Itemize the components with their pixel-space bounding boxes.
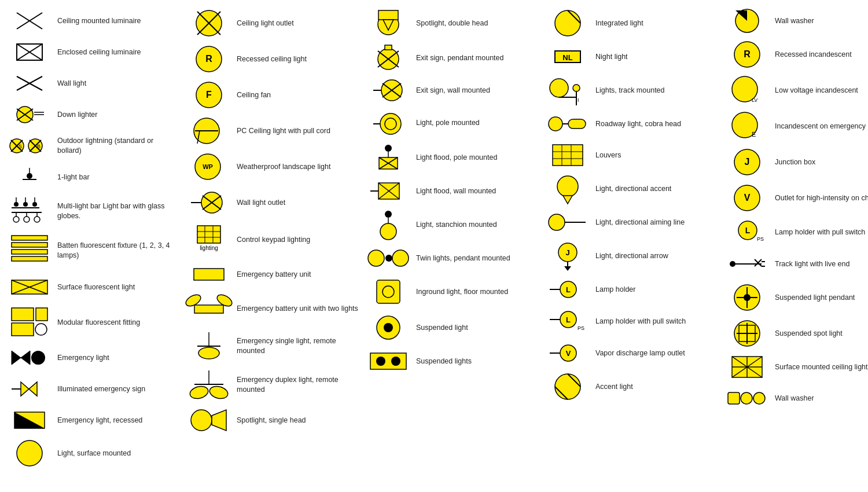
icon-recessed-ceiling-light: R — [186, 44, 232, 74]
label-light-flood-wall: Light flood, wall mounted — [416, 186, 538, 196]
svg-rect-72 — [197, 226, 220, 243]
item-night-light: NL Night light — [541, 42, 720, 72]
svg-text:F: F — [206, 90, 212, 100]
label-emergency-battery-two: Emergency battery unit with two lights — [237, 304, 358, 314]
label-exit-sign-pendant: Exit sign, pendant mounted — [416, 53, 538, 63]
item-emergency-light: Emergency light — [3, 343, 182, 373]
icon-emergency-single-remote — [186, 330, 232, 362]
label-emergency-light: Emergency light — [57, 353, 179, 363]
item-ceiling-fan: F Ceiling fan — [182, 78, 362, 112]
svg-point-125 — [384, 323, 393, 332]
svg-point-27 — [23, 202, 28, 207]
label-wall-washer-bottom: Wall washer — [775, 394, 868, 403]
item-down-lighter: Down lighter — [3, 100, 182, 130]
icon-down-lighter — [6, 104, 53, 125]
icon-incandescent-emergency: E — [724, 111, 770, 141]
label-exit-sign-wall: Exit sign, wall mounted — [416, 86, 538, 96]
icon-outdoor-lightning: S B — [6, 135, 53, 156]
icon-batten-fluorescent — [6, 233, 53, 268]
label-batten-fluorescent: Batten fluorescent fixture (1, 2, 3, 4 l… — [57, 241, 179, 260]
svg-text:lighting: lighting — [200, 245, 218, 251]
label-louvers: Louvers — [595, 150, 717, 160]
label-ceiling-mounted-luminaire: Ceiling mounted luminaire — [57, 16, 179, 26]
svg-point-50 — [31, 351, 45, 365]
icon-roadway-cobra — [545, 113, 591, 134]
icon-suspended-spot-light — [724, 318, 770, 348]
svg-text:R: R — [205, 54, 212, 64]
label-down-lighter: Down lighter — [57, 110, 179, 120]
icon-ceiling-fan: F — [186, 80, 232, 110]
icon-emergency-battery-unit — [186, 264, 232, 285]
svg-point-34 — [24, 216, 30, 222]
icon-surface-fluorescent — [6, 277, 53, 298]
icon-exit-sign-wall — [365, 78, 411, 103]
column-3: Spotlight, double head Exit sign, pendan… — [362, 6, 541, 470]
item-batten-fluorescent: Batten fluorescent fixture (1, 2, 3, 4 l… — [3, 230, 182, 271]
item-incandescent-emergency: E Incandescent on emergency power — [720, 109, 868, 144]
icon-lights-track-mounted: I — [545, 75, 591, 105]
label-emergency-battery-unit: Emergency battery unit — [237, 270, 358, 280]
label-pc-ceiling-light: PC Ceiling light with pull cord — [237, 126, 358, 136]
svg-text:B: B — [37, 144, 41, 149]
label-incandescent-emergency: Incandescent on emergency power — [775, 122, 868, 131]
icon-junction-box: J — [724, 147, 770, 177]
svg-text:L: L — [566, 285, 571, 294]
item-light-surface-mounted: Light, surface mounted — [3, 436, 182, 470]
item-light-flood-wall: Light flood, wall mounted — [362, 176, 541, 206]
svg-text:V: V — [566, 349, 571, 358]
svg-rect-142 — [568, 119, 586, 128]
item-low-voltage-incandescent: LV Low voltage incandescent — [720, 73, 868, 108]
svg-text:V: V — [744, 193, 751, 203]
icon-pc-ceiling-light — [186, 116, 232, 146]
icon-multi-light-bar — [6, 196, 53, 226]
icon-illuminated-emergency-sign — [6, 379, 53, 399]
svg-text:L: L — [566, 315, 571, 324]
item-louvers: Louvers — [541, 140, 720, 170]
svg-point-121 — [392, 250, 409, 266]
label-weatherproof-landscape: Weatherproof landscape light — [237, 162, 358, 172]
svg-marker-49 — [12, 351, 30, 365]
icon-light-surface-mounted — [6, 439, 53, 468]
item-modular-fluorescent: Modular fluorescent fitting — [3, 303, 182, 342]
svg-rect-47 — [12, 323, 34, 336]
item-pc-ceiling-light: PC Ceiling light with pull cord — [182, 113, 362, 148]
item-multi-light-bar: Multi-light bar Light bar with glass glo… — [3, 193, 182, 229]
label-roadway-cobra: Roadway light, cobra head — [595, 119, 717, 129]
svg-text:I: I — [578, 97, 579, 103]
icon-inground-floor — [365, 277, 411, 307]
item-spotlight-double: Spotlight, double head — [362, 6, 541, 41]
svg-point-193 — [744, 294, 751, 301]
svg-rect-126 — [370, 353, 406, 369]
label-lamp-holder-pull-col4: Lamp holder with pull switch — [595, 317, 717, 326]
svg-rect-203 — [728, 392, 740, 404]
item-outlet-high-intensity: V Outlet for high-intensity on charge — [720, 181, 868, 215]
column-2: Ceiling light outlet R Recessed ceiling … — [182, 6, 362, 470]
item-enclosed-ceiling-luminaire: Enclosed ceiling luminaire — [3, 37, 182, 67]
svg-point-48 — [35, 324, 47, 335]
label-track-light-live-end: Track light with live end — [775, 259, 868, 269]
svg-rect-45 — [12, 308, 34, 321]
item-outdoor-lightning: S B Outdoor lightning (standard or bolla… — [3, 131, 182, 161]
item-light-pole-mounted: Light, pole mounted — [362, 107, 541, 139]
icon-lamp-holder-pull-col4: L PS — [545, 308, 591, 335]
item-light-flood-pole: Light flood, pole mounted — [362, 140, 541, 175]
icon-low-voltage-incandescent: LV — [724, 75, 770, 105]
label-outdoor-lightning: Outdoor lightning (standard or bollard) — [57, 136, 179, 156]
item-twin-lights-pendant: Twin lights, pendant mounted — [362, 243, 541, 273]
label-light-directional-arrow: Light, directional arrow — [595, 251, 717, 261]
svg-point-88 — [208, 384, 229, 401]
label-control-keypad: Control keypad lighting — [237, 235, 358, 245]
label-suspended-lights: Suspended lights — [416, 357, 538, 366]
item-light-directional-aiming: Light, directional aiming line — [541, 207, 720, 237]
label-enclosed-ceiling-luminaire: Enclosed ceiling luminaire — [57, 47, 179, 57]
item-suspended-light-pendant: Suspended light pendant — [720, 280, 868, 315]
svg-point-129 — [555, 10, 580, 36]
icon-spotlight-single — [186, 407, 232, 433]
svg-point-136 — [573, 85, 580, 91]
label-emergency-single-remote: Emergency single light, remote mounted — [237, 336, 358, 356]
column-1: Ceiling mounted luminaire Enclosed ceili… — [3, 6, 182, 470]
label-recessed-ceiling-light: Recessed ceiling light — [237, 54, 358, 64]
svg-text:L: L — [745, 226, 751, 235]
icon-enclosed-ceiling-luminaire — [6, 39, 53, 65]
icon-lamp-holder-pull-switch: L PS — [724, 219, 770, 245]
